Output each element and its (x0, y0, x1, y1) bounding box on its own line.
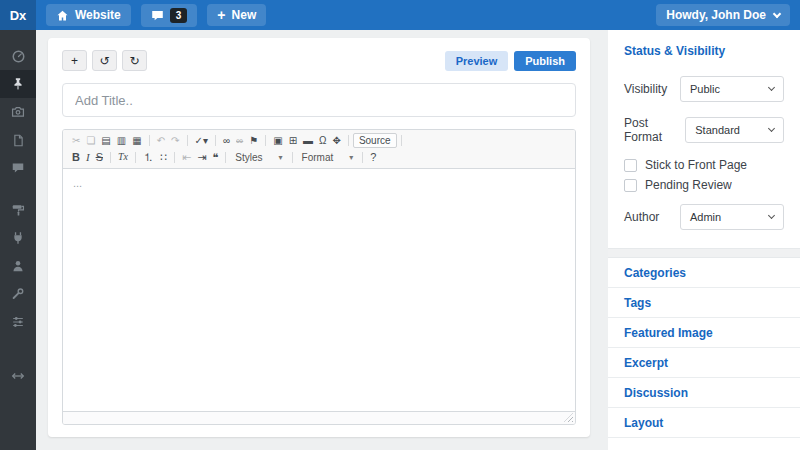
section-title[interactable]: Status & Visibility (624, 44, 784, 58)
editor-header-row: + ↺ ↻ Preview Publish (62, 50, 576, 71)
undo-icon[interactable]: ↶ (154, 136, 168, 146)
resize-grip-icon[interactable] (564, 413, 573, 422)
app-logo[interactable]: Dx (0, 0, 36, 30)
spell-check-icon[interactable]: ✓▾ (192, 136, 211, 146)
sidebar-item-plugins[interactable] (0, 224, 36, 252)
visibility-select[interactable]: Public (680, 76, 784, 102)
toolbar-separator (215, 135, 216, 146)
unlink-icon[interactable]: ∞ (233, 136, 246, 146)
document-icon (12, 134, 25, 147)
accordion-discussion[interactable]: Discussion (608, 378, 800, 408)
camera-icon (11, 105, 25, 119)
caret-down-icon: ▾ (279, 153, 283, 162)
paste-from-word-icon[interactable]: ▦ (129, 136, 144, 146)
table-icon[interactable]: ⊞ (286, 136, 300, 146)
accordion-tags[interactable]: Tags (608, 288, 800, 318)
preview-button[interactable]: Preview (445, 51, 509, 71)
sidebar-item-appearance[interactable] (0, 196, 36, 224)
user-account-menu[interactable]: Howdy, John Doe (656, 4, 790, 26)
caret-down-icon: ▾ (349, 153, 353, 162)
toolbar-separator (187, 135, 188, 146)
stick-to-front-page-option: Stick to Front Page (624, 158, 784, 172)
source-button-label: Source (359, 135, 391, 146)
chevron-down-icon (768, 212, 775, 219)
sidebar-item-dashboard[interactable] (0, 42, 36, 70)
paste-icon[interactable]: ▤ (98, 136, 113, 146)
website-button[interactable]: Website (46, 4, 131, 26)
strikethrough-button[interactable]: S (93, 152, 106, 163)
maximize-icon[interactable]: ✥ (330, 136, 344, 146)
chevron-down-icon (768, 84, 775, 91)
stick-to-front-page-checkbox[interactable] (624, 159, 637, 172)
sidebar-item-posts[interactable] (0, 70, 36, 98)
undo-button[interactable]: ↺ (92, 50, 117, 71)
add-block-button[interactable]: + (62, 50, 87, 71)
special-character-icon[interactable]: Ω (316, 136, 329, 146)
accordion-layout[interactable]: Layout (608, 408, 800, 438)
sliders-icon (11, 315, 25, 329)
paste-plain-text-icon[interactable]: ▥ (114, 136, 129, 146)
bold-button[interactable]: B (69, 152, 83, 163)
italic-button[interactable]: I (83, 152, 93, 163)
comments-button[interactable]: 3 (141, 4, 198, 27)
accordion-featured-image[interactable]: Featured Image (608, 318, 800, 348)
post-format-select[interactable]: Standard (685, 117, 784, 143)
pending-review-label: Pending Review (645, 178, 732, 192)
editor-content-area[interactable]: ... (63, 169, 575, 411)
accordion-categories[interactable]: Categories (608, 258, 800, 288)
bulleted-list-button[interactable]: ∷ (157, 152, 170, 163)
indent-button[interactable]: ⇥ (194, 152, 209, 163)
styles-dropdown-label: Styles (235, 152, 262, 163)
visibility-field: Visibility Public (624, 76, 784, 102)
new-button[interactable]: + New (207, 4, 266, 26)
sidebar-item-pages[interactable] (0, 126, 36, 154)
plus-icon: + (217, 10, 225, 20)
sidebar-item-media[interactable] (0, 98, 36, 126)
sidebar-item-settings[interactable] (0, 308, 36, 336)
left-right-arrow-icon (11, 369, 25, 383)
horizontal-rule-icon[interactable]: ▬ (300, 136, 316, 146)
link-icon[interactable]: ∞ (220, 136, 233, 146)
pending-review-checkbox[interactable] (624, 179, 637, 192)
block-tools-group: + ↺ ↻ (62, 50, 147, 71)
accordion-excerpt[interactable]: Excerpt (608, 348, 800, 378)
toolbar-separator (265, 135, 266, 146)
sidebar-collapse-button[interactable] (0, 362, 36, 390)
sidebar-spacer (0, 336, 36, 362)
image-icon[interactable]: ▣ (270, 136, 285, 146)
outdent-button[interactable]: ⇤ (179, 152, 194, 163)
visibility-select-value: Public (690, 83, 720, 95)
about-editor-button[interactable]: ? (367, 152, 379, 163)
sidebar-item-tools[interactable] (0, 280, 36, 308)
post-editor-card: + ↺ ↻ Preview Publish ✂ ❏ (48, 38, 590, 437)
toolbar-separator (110, 152, 111, 163)
numbered-list-button[interactable]: ⒈ (140, 152, 157, 163)
redo-button[interactable]: ↻ (122, 50, 147, 71)
author-select[interactable]: Admin (680, 204, 784, 230)
source-button[interactable]: Source (353, 133, 397, 148)
blockquote-button[interactable]: ❝ (209, 152, 221, 163)
new-button-label: New (232, 8, 257, 22)
sidebar-item-comments[interactable] (0, 154, 36, 182)
sidebar-item-users[interactable] (0, 252, 36, 280)
user-icon (11, 259, 25, 273)
toolbar-separator (292, 152, 293, 163)
format-dropdown[interactable]: Format ▾ (297, 152, 359, 163)
copy-icon[interactable]: ❏ (83, 136, 98, 146)
remove-format-button[interactable]: Tx (115, 152, 131, 162)
pushpin-icon (11, 77, 25, 91)
redo-icon[interactable]: ↷ (168, 136, 182, 146)
undo-icon: ↺ (99, 54, 109, 68)
post-title-input[interactable] (62, 83, 576, 117)
anchor-flag-icon[interactable]: ⚑ (246, 136, 261, 146)
editor-toolbar: ✂ ❏ ▤ ▥ ▦ ↶ ↷ ✓▾ (63, 130, 575, 169)
cut-icon[interactable]: ✂ (69, 136, 83, 146)
author-select-value: Admin (690, 211, 721, 223)
styles-dropdown[interactable]: Styles ▾ (230, 152, 287, 163)
user-menu-label: Howdy, John Doe (666, 8, 766, 22)
gauge-icon (11, 49, 26, 64)
publish-button[interactable]: Publish (514, 51, 576, 71)
plug-icon (11, 231, 25, 245)
author-field: Author Admin (624, 204, 784, 230)
paint-roller-icon (11, 203, 25, 217)
